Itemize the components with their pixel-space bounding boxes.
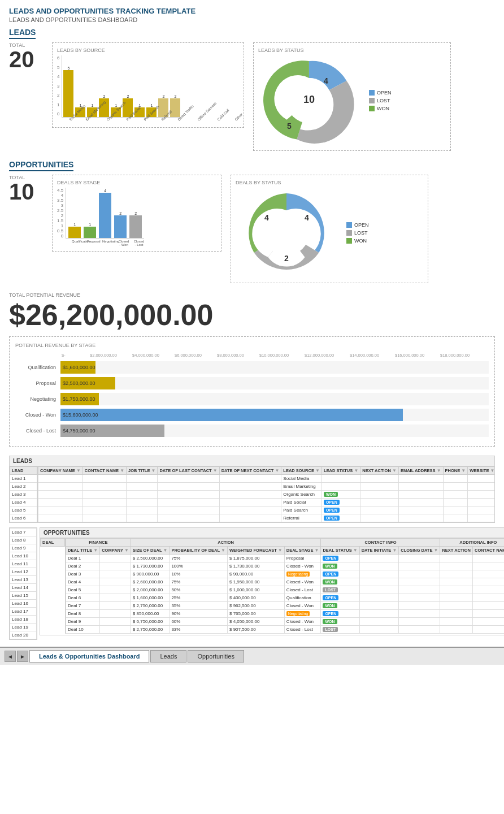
donut-label-won: 10	[303, 94, 315, 105]
hbar-proposal-fill: $2,500,000.00	[60, 377, 115, 389]
leads-table-section: LEADS LEAD Lead 1 Lead 2 Lead 3 Lead 4 L…	[9, 456, 495, 523]
status-badge: OPEN	[323, 611, 338, 616]
opp-bar-negotiating: 4	[99, 189, 111, 238]
deals-by-stage-title: DEALS BY STAGE	[57, 180, 216, 185]
deals-by-status-title: DEALS BY STATUS	[236, 180, 423, 185]
opp-y-0: 0	[61, 233, 63, 239]
lead-id: Lead 5	[10, 506, 37, 514]
opp-y-4: 4	[61, 193, 63, 198]
col-status[interactable]: LEAD STATUS ▼	[321, 467, 360, 475]
table-row: Deal 4 $ 2,600,000.00 75% $ 1,950,000.00…	[66, 578, 505, 586]
legend-won: WON	[369, 106, 392, 111]
col-contact-name[interactable]: CONTACT NAME ▼	[473, 547, 504, 555]
table-row: Paid Social OPEN	[38, 499, 495, 506]
col-source[interactable]: LEAD SOURCE ▼	[281, 467, 322, 475]
tab-opportunities[interactable]: Opportunities	[188, 650, 244, 663]
leads-total-box: TOTAL 20	[9, 42, 43, 71]
opp-bar-qualification: 1	[68, 223, 81, 238]
table-row: Lead 18	[10, 616, 37, 624]
deals-legend-lost: LOST	[346, 230, 369, 236]
table-row: Email Marketing	[38, 483, 495, 491]
opportunities-section: OPPORTUNITIES TOTAL 10 DEALS BY STAGE 4.…	[9, 160, 495, 283]
col-next-action[interactable]: NEXT ACTION	[440, 547, 473, 555]
col-next-contact[interactable]: DATE OF NEXT CONTACT ▼	[219, 467, 281, 475]
svg-point-1	[264, 210, 309, 256]
lead-source: Referral	[281, 514, 322, 522]
col-weighted-forecast[interactable]: WEIGHTED FORECAST ▼	[227, 547, 284, 555]
table-row: Deal 9 $ 6,750,000.00 60% $ 4,050,000.00…	[66, 618, 505, 626]
table-row: Organic Search WON	[38, 491, 495, 499]
opp-y-2: 2	[61, 213, 63, 218]
opp-y-3.5: 3.5	[57, 198, 63, 203]
hbar-proposal-track: $2,500,000.00	[60, 377, 489, 389]
revenue-value: $26,200,000.00	[9, 300, 495, 330]
table-row: Lead 13	[10, 576, 37, 584]
table-row: Lead 17	[10, 608, 37, 616]
col-last-contact[interactable]: DATE OF LAST CONTACT ▼	[158, 467, 219, 475]
table-row: Social Media	[38, 475, 495, 483]
table-row: Paid Search OPEN	[38, 506, 495, 514]
status-badge: OPEN	[323, 595, 338, 600]
y-axis-0: 0	[57, 111, 59, 116]
col-deal-title[interactable]: DEAL TITLE ▼	[66, 547, 100, 555]
col-next-action[interactable]: NEXT ACTION ▼	[360, 467, 399, 475]
stage-negotiating: Negotiating	[286, 571, 310, 577]
col-size-of-deal[interactable]: SIZE OF DEAL ▼	[131, 547, 170, 555]
opp-y-0.5: 0.5	[57, 228, 63, 233]
deals-legend-won: WON	[346, 238, 369, 244]
table-row: Lead 1	[10, 475, 37, 483]
tab-leads-opportunities-dashboard[interactable]: Leads & Opportunities Dashboard	[29, 650, 149, 663]
status-badge: WON	[323, 619, 337, 624]
col-probability[interactable]: PROBABILITY OF DEAL ▼	[170, 547, 228, 555]
opp-y-3: 3	[61, 203, 63, 208]
col-deal-status[interactable]: DEAL STATUS ▼	[321, 547, 359, 555]
col-action-group: ACTION	[131, 539, 321, 547]
nav-prev-button[interactable]: ◄	[5, 651, 16, 662]
table-row: Lead 14	[10, 584, 37, 592]
col-closing-date[interactable]: CLOSING DATE ▼	[399, 547, 440, 555]
opp-bar-closed-lost: 2	[129, 211, 142, 238]
table-row: Lead 5	[10, 506, 37, 514]
tab-leads[interactable]: Leads	[150, 650, 186, 663]
lead-source: Organic Search	[281, 491, 322, 499]
bar-social-media: 5	[63, 66, 73, 117]
deal-col-header-wrap: DEAL	[40, 538, 66, 634]
col-date-initiated[interactable]: DATE INITIATE ▼	[359, 547, 399, 555]
hbar-closed-won-fill: $15,600,000.00	[60, 409, 403, 421]
legend-open-color	[369, 90, 375, 96]
col-contact[interactable]: CONTACT NAME ▼	[82, 467, 126, 475]
col-company[interactable]: COMPANY NAME ▼	[38, 467, 83, 475]
h-bar-axis: $- $2,000,000.00 $4,000,000.00 $6,000,00…	[62, 353, 489, 358]
col-phone[interactable]: PHONE ▼	[443, 467, 468, 475]
table-row: Lead 16	[10, 600, 37, 608]
col-jobtitle[interactable]: JOB TITLE ▼	[127, 467, 158, 475]
hbar-qualification-fill: $1,600,000.00	[60, 361, 95, 374]
col-company[interactable]: COMPANY ▼	[100, 547, 131, 555]
opportunities-table-section: OPPORTUNITIES DEAL FINANCE ACTION CONTAC…	[40, 527, 504, 635]
combined-table-area: Lead 7 Lead 8 Lead 9 Lead 10 Lead 11 Lea…	[9, 527, 495, 640]
y-axis-1: 1	[57, 102, 59, 107]
nav-next-button[interactable]: ►	[17, 651, 28, 662]
leads-section-title: LEADS	[9, 28, 36, 39]
table-row: Deal 7 $ 2,750,000.00 35% $ 962,500.00 C…	[66, 602, 505, 610]
col-deal-header: DEAL	[41, 539, 65, 547]
y-axis-6: 6	[57, 55, 59, 60]
donut-label-open: 4	[324, 76, 328, 85]
hbar-negotiating-track: $1,750,000.00	[60, 393, 489, 405]
opp-x-closed-won: Closed - Won	[118, 240, 130, 246]
status-badge: OPEN	[323, 571, 338, 577]
deals-by-status-chart: DEALS BY STATUS	[231, 175, 428, 283]
table-row: Lead 9	[10, 544, 37, 552]
col-website[interactable]: WEBSITE ▼	[468, 467, 494, 475]
hbar-negotiating-fill: $1,750,000.00	[60, 393, 99, 405]
status-badge: LOST	[323, 587, 338, 592]
opp-main-table: FINANCE ACTION CONTACT INFO ADDITIONAL I…	[66, 538, 504, 634]
hbar-closed-won-value: $15,600,000.00	[63, 412, 98, 418]
legend-won-label: WON	[377, 106, 389, 111]
opp-bar-proposal: 1	[84, 223, 96, 238]
lead-col-header: LEAD	[10, 467, 37, 475]
col-deal-stage[interactable]: DEAL STAGE ▼	[284, 547, 321, 555]
lead-id: Lead 2	[10, 483, 37, 491]
col-email[interactable]: EMAIL ADDRESS ▼	[398, 467, 443, 475]
hbar-closed-lost-value: $4,750,000.00	[63, 428, 95, 434]
